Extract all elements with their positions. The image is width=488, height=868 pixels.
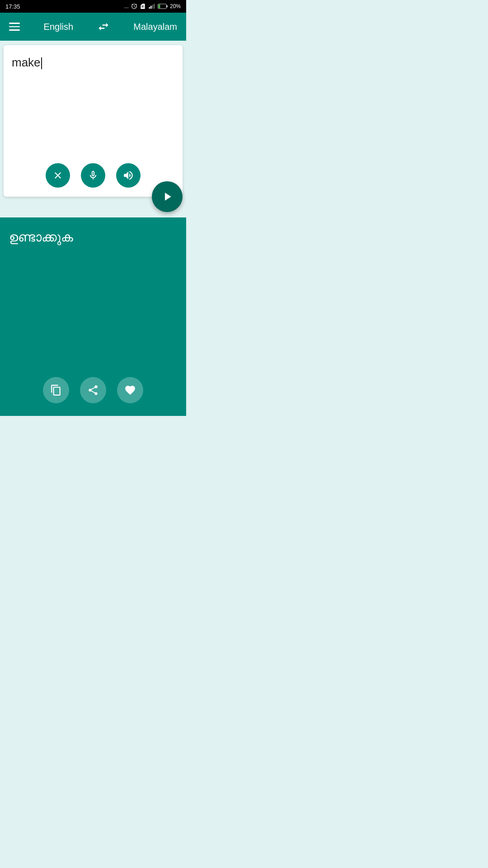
menu-button[interactable] <box>9 23 20 31</box>
svg-rect-0 <box>149 7 150 9</box>
status-time: 17:35 <box>5 3 20 10</box>
send-icon <box>160 190 174 203</box>
signal-icon <box>148 3 155 9</box>
swap-languages-button[interactable] <box>97 20 110 33</box>
close-icon <box>52 170 63 181</box>
volume-icon <box>122 170 134 181</box>
status-bar: 17:35 ... 20% <box>0 0 186 13</box>
output-actions <box>9 371 177 416</box>
alarm-icon <box>131 3 137 9</box>
battery-icon <box>158 3 168 9</box>
sim-icon <box>140 3 146 9</box>
output-section: ഉണ്ടാക്കുക <box>0 217 186 416</box>
svg-rect-6 <box>167 5 168 8</box>
share-button[interactable] <box>80 377 106 403</box>
main-content: make <box>0 41 186 416</box>
clear-button[interactable] <box>46 163 70 188</box>
favorite-button[interactable] <box>117 377 143 403</box>
toolbar: English Malayalam <box>0 13 186 41</box>
status-icons: ... 20% <box>124 3 181 9</box>
share-icon <box>87 384 99 396</box>
svg-rect-2 <box>152 5 153 9</box>
microphone-icon <box>88 170 99 181</box>
microphone-button[interactable] <box>81 163 105 188</box>
input-text-value: make <box>12 56 41 69</box>
source-language-button[interactable]: English <box>44 22 74 32</box>
translated-text: ഉണ്ടാക്കുക <box>9 228 177 371</box>
heart-icon <box>124 384 136 396</box>
input-wrapper: make <box>0 41 186 197</box>
target-language-button[interactable]: Malayalam <box>133 22 177 32</box>
text-cursor <box>41 57 42 69</box>
speaker-button[interactable] <box>116 163 141 188</box>
svg-rect-1 <box>150 6 151 9</box>
input-section: make <box>4 45 183 197</box>
svg-rect-3 <box>154 4 155 9</box>
svg-rect-5 <box>159 5 160 8</box>
status-dots: ... <box>124 3 129 9</box>
source-text-display[interactable]: make <box>4 45 183 157</box>
battery-pct: 20% <box>170 3 181 9</box>
copy-button[interactable] <box>43 377 69 403</box>
swap-icon <box>97 20 110 33</box>
translate-button[interactable] <box>152 181 183 212</box>
copy-icon <box>50 384 62 396</box>
